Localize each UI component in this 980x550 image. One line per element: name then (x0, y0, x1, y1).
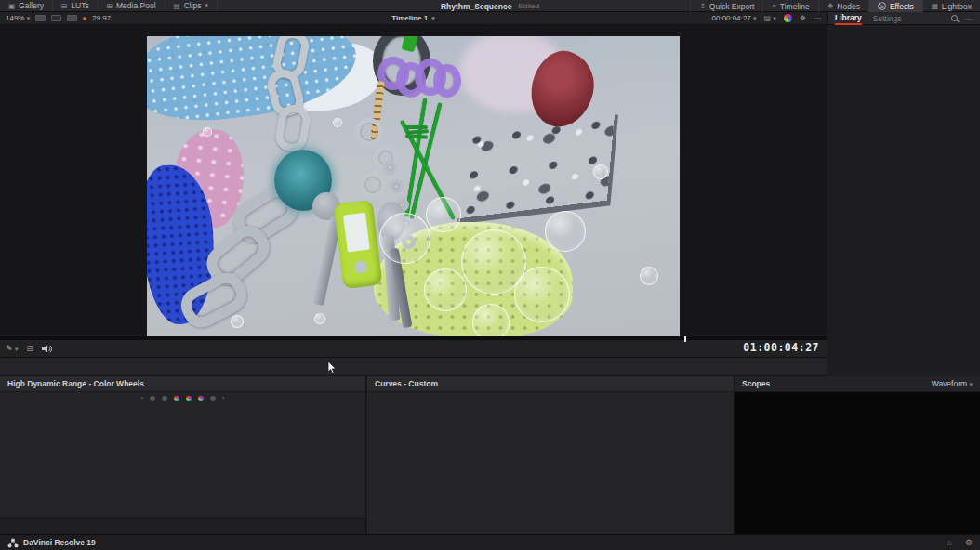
pager-dot[interactable] (174, 396, 179, 401)
render-silver-ring (360, 172, 386, 198)
render-chainlet (390, 179, 404, 193)
curves-panel-title: Curves - Custom (375, 379, 438, 388)
render-bubble (314, 313, 325, 324)
render-bubble (593, 164, 608, 179)
render-cord-knot (405, 125, 428, 129)
topbar-button-gallery[interactable]: ▣Gallery (0, 0, 53, 11)
pager-dot[interactable] (186, 396, 192, 401)
project-status: Edited (518, 2, 539, 10)
hdr-color-wheels-panel: High Dynamic Range - Color Wheels ‹ › (0, 376, 366, 534)
wipe-mode-icon[interactable]: ⊟ (27, 344, 34, 353)
transport-bar: ✎ ▾ ⊟ 01:00:04:27 (0, 336, 827, 358)
topbar-left-buttons: ▣Gallery⊟LUTs⊞Media Pool▤Clips▾ (0, 0, 218, 11)
render-bubble (333, 118, 342, 127)
topbar-button-label: Gallery (19, 1, 44, 10)
waveform-canvas (754, 395, 975, 530)
chevron-down-icon: ▾ (205, 2, 209, 9)
topbar-button-quick-export[interactable]: ↥Quick Export (690, 0, 762, 12)
playhead-marker[interactable] (684, 336, 686, 342)
mouse-cursor (327, 360, 338, 375)
resolve-logo-icon (7, 538, 19, 548)
topbar-button-label: Timeline (780, 2, 810, 11)
viewer-options-icon[interactable]: ⋯ (814, 14, 821, 22)
topbar-button-timeline[interactable]: ≡Timeline (762, 0, 817, 12)
single-viewer-icon[interactable] (35, 15, 46, 21)
effects-panel-tabs: Library Settings ⋯ (827, 12, 980, 25)
project-manager-icon[interactable]: ⌂ (947, 538, 951, 547)
app-name: DaVinci Resolve 19 (23, 538, 96, 547)
media-pool-icon: ⊞ (107, 2, 113, 10)
render-bubble (203, 127, 212, 137)
render-chainlet (383, 161, 397, 175)
fps-indicator-dot (83, 17, 86, 20)
pager-dot[interactable] (210, 396, 216, 401)
scopes-panel-title: Scopes (742, 379, 770, 388)
enhanced-viewer-icon[interactable] (67, 15, 77, 21)
timeline-selector[interactable]: Timeline 1 ▾ (391, 14, 435, 22)
topbar-button-label: LUTs (71, 1, 88, 10)
render-silver-ring (355, 118, 383, 146)
topbar-button-label: Media Pool (116, 1, 156, 10)
page-bar: DaVinci Resolve 19 ⌂ ⚙ (0, 534, 980, 550)
speaker-icon[interactable] (42, 345, 52, 353)
viewer-toolbar: 149% ▾ 29.97 Timeline 1 ▾ 00:00:04:27 ▾ … (0, 12, 827, 25)
render-bubble (426, 197, 461, 232)
jog-bar[interactable] (0, 336, 827, 340)
tab-settings[interactable]: Settings (873, 14, 902, 23)
curves-graph[interactable] (372, 396, 636, 530)
topbar-button-media-pool[interactable]: ⊞Media Pool (99, 0, 166, 11)
pager-prev-icon[interactable]: ‹ (141, 395, 143, 401)
app-logo-group: DaVinci Resolve 19 (0, 538, 96, 548)
nodes-icon: ❖ (828, 2, 834, 10)
scopes-panel-header: Scopes Waveform ▾ (735, 376, 980, 392)
chevron-down-icon: ▾ (969, 381, 973, 387)
zoom-level-select[interactable]: 149% ▾ (6, 14, 30, 22)
render-bubble (514, 267, 570, 322)
render-bubble (472, 304, 510, 336)
viewer-timecode[interactable]: 00:00:04:27 ▾ (712, 14, 757, 22)
clip-source-icon[interactable]: ▤ ▾ (764, 14, 776, 22)
topbar-button-label: Quick Export (709, 2, 755, 11)
topbar-button-nodes[interactable]: ❖Nodes (818, 0, 868, 12)
quick-export-icon: ↥ (699, 2, 705, 10)
render-bubble (379, 213, 430, 264)
curves-panel-header: Curves - Custom (367, 376, 734, 392)
search-icon[interactable] (951, 15, 958, 21)
pager-next-icon[interactable]: › (222, 395, 224, 401)
pager-dot[interactable] (198, 396, 204, 401)
topbar-button-label: Clips (184, 1, 202, 10)
scope-mode-select[interactable]: Waveform ▾ (932, 379, 973, 388)
render-tag-label (343, 213, 370, 253)
pager-dot[interactable] (162, 396, 167, 401)
chevron-down-icon: ▾ (753, 15, 757, 21)
topbar-button-effects[interactable]: fxEffects (868, 0, 922, 12)
timeline-icon: ≡ (772, 2, 775, 10)
tab-library[interactable]: Library (835, 12, 862, 25)
project-settings-icon[interactable]: ⚙ (965, 538, 973, 547)
split-viewer-icon[interactable] (51, 15, 61, 21)
chevron-down-icon: ▾ (15, 346, 19, 352)
topbar-button-clips[interactable]: ▤Clips▾ (166, 0, 219, 11)
render-purple-spiral (433, 64, 461, 98)
render-bubble (545, 211, 586, 252)
wheel-pager: ‹ › (0, 392, 365, 404)
library-options-icon[interactable]: ⋯ (965, 14, 973, 23)
grade-bypass-icon[interactable] (784, 14, 792, 22)
render-bubble (424, 268, 467, 311)
topbar-button-lightbox[interactable]: ▦Lightbox (922, 0, 980, 12)
expand-viewer-icon[interactable]: ❖ (800, 14, 806, 22)
fps-value: 29.97 (92, 14, 111, 22)
render-blue-sponge (147, 36, 362, 129)
davinci-resolve-window: { "topbar": { "title": "Rhythm_Sequence"… (0, 0, 980, 550)
topbar-button-luts[interactable]: ⊟LUTs (53, 0, 99, 11)
render-lime-key-tag (334, 200, 383, 289)
pager-dot[interactable] (150, 396, 155, 401)
hdr-panel-header: High Dynamic Range - Color Wheels (0, 376, 365, 392)
project-title: Rhythm_Sequence (441, 2, 512, 11)
curves-panel: Curves - Custom (367, 376, 735, 534)
topbar-button-label: Effects (890, 2, 914, 11)
hdr-footer-controls (0, 518, 365, 534)
grab-still-tool[interactable]: ✎ ▾ (6, 344, 19, 353)
lightbox-icon: ▦ (932, 2, 938, 10)
gallery-icon: ▣ (8, 2, 15, 10)
